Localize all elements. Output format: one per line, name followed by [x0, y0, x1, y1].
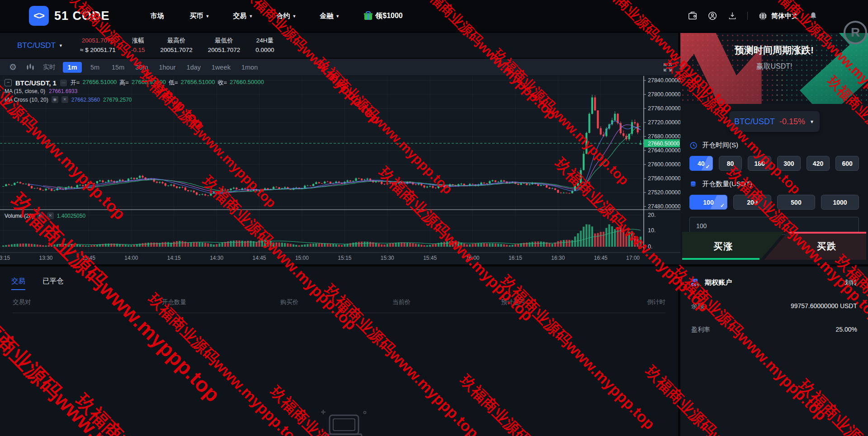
- language-label: 简体中文: [771, 12, 798, 20]
- claim-bonus-label: 领$1000: [375, 11, 403, 21]
- pair-name: BTC/USDT: [734, 117, 775, 127]
- svg-text:27560.00000: 27560.00000: [648, 175, 680, 182]
- positions-tabs: 交易 已平仓: [11, 277, 678, 290]
- svg-text:15:45: 15:45: [423, 255, 437, 261]
- timeframe-label: 30m: [135, 64, 148, 71]
- chevron-down-icon: ▼: [206, 14, 210, 19]
- amount-option-button[interactable]: 100: [689, 195, 727, 210]
- volume-label: 24H量: [255, 36, 274, 46]
- svg-text:17:00: 17:00: [626, 255, 640, 261]
- buy-down-label: 买跌: [817, 240, 837, 253]
- timeframe-button[interactable]: 30m: [132, 62, 151, 73]
- menu-item[interactable]: 金融▼: [320, 12, 340, 20]
- buy-actions: 买涨 买跌: [682, 232, 866, 260]
- pair-change: -0.15%: [779, 117, 805, 127]
- account-icon[interactable]: [708, 11, 717, 21]
- globe-icon: [758, 11, 768, 21]
- pair-selector[interactable]: BTC/USDT ▼: [17, 41, 65, 50]
- menu-item-label: 金融: [320, 12, 333, 19]
- time-option-button[interactable]: 80: [719, 156, 742, 171]
- timeframe-label: 5m: [90, 64, 99, 71]
- timeframe-button[interactable]: 1day: [183, 62, 204, 73]
- svg-text:27800.00000: 27800.00000: [648, 91, 680, 98]
- wallet-icon[interactable]: [688, 11, 698, 21]
- timeframe-label: 15m: [112, 64, 124, 71]
- time-option-button[interactable]: 300: [777, 156, 801, 171]
- timeframe-button[interactable]: 1hour: [155, 62, 179, 73]
- profit-row: 盈利率 25.00%: [691, 326, 857, 334]
- eye-icon[interactable]: ◉: [37, 212, 44, 219]
- timeframe-button[interactable]: 1m: [63, 62, 82, 73]
- svg-text:13:30: 13:30: [39, 255, 53, 261]
- timeframe-button[interactable]: 5m: [85, 62, 104, 73]
- menu-item-label: 市场: [151, 12, 164, 19]
- divider: [747, 12, 748, 20]
- timeframe-button[interactable]: 15m: [108, 62, 128, 73]
- high-value: 27668.93000: [132, 79, 166, 87]
- realtime-tab[interactable]: 实时: [43, 63, 56, 71]
- svg-text:13:45: 13:45: [82, 255, 95, 261]
- gift-icon: [364, 12, 372, 20]
- positions-tab[interactable]: 交易: [11, 277, 25, 290]
- amount-option-button[interactable]: 500: [777, 195, 815, 210]
- time-option-button[interactable]: 600: [835, 156, 859, 171]
- ma-cross-label: MA Cross (10, 20): [5, 97, 48, 103]
- menu-item[interactable]: 交易▼: [233, 12, 253, 20]
- legend-symbol: BTC/USDT, 1: [15, 79, 57, 87]
- time-option-button[interactable]: 180: [748, 156, 771, 171]
- banner-subtitle: 赢取USDT!: [680, 62, 868, 71]
- chevron-down-icon: ▼: [292, 14, 296, 19]
- positions-panel: 交易 已平仓 交易对 开仓数量 购买价 当前价 预计盈亏 倒计时: [0, 267, 678, 436]
- language-selector[interactable]: 简体中文: [758, 11, 798, 21]
- svg-text:27640.00000: 27640.00000: [648, 147, 680, 154]
- logo[interactable]: <> 51 CODE: [29, 6, 110, 26]
- eye-icon[interactable]: ◉: [52, 96, 58, 103]
- menu-item[interactable]: 市场: [151, 12, 166, 20]
- notifications-bell-icon[interactable]: [808, 11, 818, 21]
- svg-text:16:15: 16:15: [509, 255, 522, 261]
- timeframe-button[interactable]: 1mon: [238, 62, 261, 73]
- svg-text:27600.00000: 27600.00000: [648, 161, 680, 168]
- transfer-link[interactable]: 划转: [844, 279, 857, 287]
- svg-text:20.: 20.: [648, 212, 656, 218]
- balance-row: 余额 99757.60000000 USDT: [691, 302, 857, 310]
- time-option-button[interactable]: 40: [689, 156, 713, 171]
- svg-text:27720.00000: 27720.00000: [648, 119, 680, 126]
- column-header: 开仓数量: [162, 298, 280, 306]
- pair-dropdown[interactable]: BTC/USDT -0.15% ▼: [729, 111, 820, 132]
- chart-type-icon[interactable]: [26, 63, 35, 71]
- close-icon[interactable]: ✕: [47, 212, 54, 219]
- profit-rate-label: 盈利率: [691, 326, 710, 334]
- chart-settings-gear-icon[interactable]: ⚙: [9, 62, 17, 72]
- menu-item[interactable]: 买币▼: [190, 12, 210, 20]
- time-option-button[interactable]: 420: [807, 156, 830, 171]
- promo-banner: 预测时间周期涨跌! 赢取USDT!: [680, 33, 868, 104]
- balance-value: 99757.60000000 USDT: [791, 302, 857, 310]
- menu-item[interactable]: 合约▼: [276, 12, 296, 20]
- last-price: 20051.7072: [80, 36, 116, 46]
- open-time-options: 40 80 180 300 420 600: [689, 156, 859, 171]
- positions-tab[interactable]: 已平仓: [42, 277, 64, 290]
- download-app-icon[interactable]: [727, 11, 737, 21]
- fullscreen-icon[interactable]: [662, 62, 673, 75]
- candlestick-chart[interactable]: 27840.0000027800.0000027760.0000027720.0…: [0, 76, 680, 264]
- amount-option-button[interactable]: 1000: [821, 195, 859, 210]
- timeframe-label: 1mon: [241, 64, 258, 71]
- timeframe-button[interactable]: 1week: [208, 62, 234, 73]
- menu-item-label: 交易: [233, 12, 246, 19]
- svg-text:13:15: 13:15: [0, 255, 10, 261]
- ohlc-values: 开=27656.51000 高=27668.93000 低=27656.5100…: [71, 79, 264, 87]
- brand-r-badge[interactable]: R: [844, 21, 867, 44]
- svg-text:14:00: 14:00: [124, 255, 138, 261]
- amount-option-button[interactable]: 200: [733, 195, 771, 210]
- ma10-value: 27662.3560: [71, 97, 100, 103]
- collapse-icon[interactable]: −: [5, 79, 12, 86]
- timeframe-label: 1week: [212, 64, 231, 71]
- close-icon[interactable]: ✕: [61, 96, 68, 103]
- price-usd: ≈ $ 20051.71: [80, 46, 116, 55]
- indicator-settings-icon[interactable]: ⋯: [60, 80, 67, 86]
- claim-bonus-button[interactable]: 领$1000: [364, 11, 403, 21]
- buy-down-topline: [789, 232, 866, 234]
- svg-text:15:30: 15:30: [381, 255, 394, 261]
- svg-text:14:30: 14:30: [210, 255, 223, 261]
